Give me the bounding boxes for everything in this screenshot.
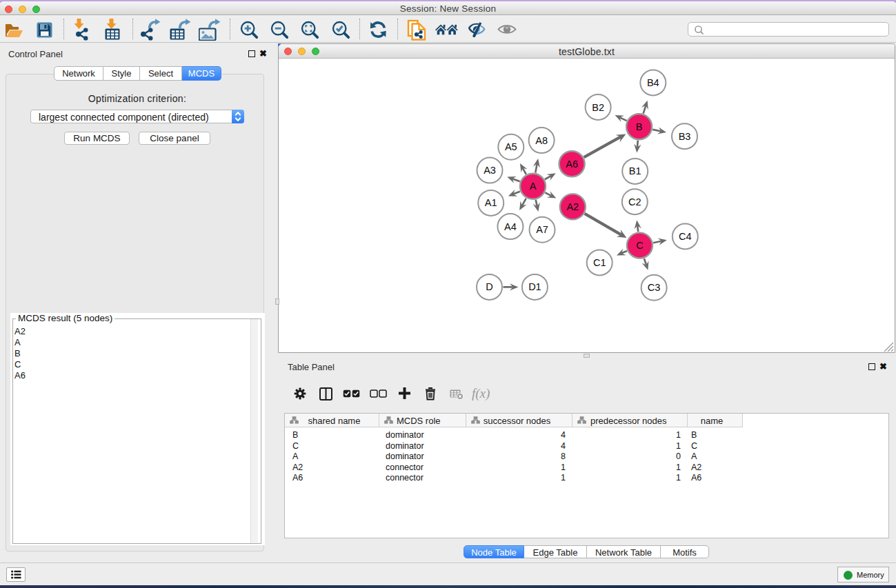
- svg-text:D1: D1: [528, 281, 541, 292]
- svg-text:A1: A1: [485, 197, 497, 208]
- svg-text:A6: A6: [566, 159, 578, 170]
- svg-text:D: D: [486, 281, 492, 292]
- svg-text:B3: B3: [679, 131, 691, 142]
- svg-text:B2: B2: [592, 102, 604, 113]
- svg-text:B1: B1: [629, 165, 641, 176]
- svg-text:C3: C3: [648, 282, 661, 293]
- svg-text:C: C: [636, 240, 643, 251]
- svg-text:A: A: [530, 181, 537, 192]
- svg-text:B: B: [636, 121, 643, 132]
- svg-text:A8: A8: [535, 135, 548, 146]
- svg-text:A7: A7: [536, 224, 548, 235]
- svg-text:C1: C1: [593, 257, 606, 268]
- svg-text:A2: A2: [566, 201, 579, 212]
- svg-text:A3: A3: [484, 165, 496, 176]
- svg-text:C4: C4: [679, 231, 692, 242]
- svg-text:A4: A4: [504, 221, 517, 232]
- svg-text:A5: A5: [505, 141, 517, 152]
- svg-text:C2: C2: [628, 196, 641, 207]
- svg-text:B4: B4: [647, 77, 659, 88]
